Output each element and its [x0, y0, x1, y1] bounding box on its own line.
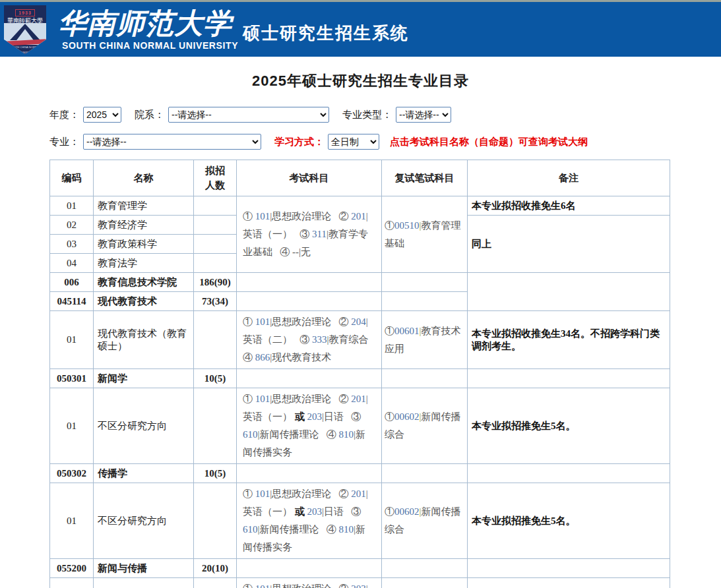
logo-mountain-icon: [10, 24, 40, 40]
cell-name: 新闻与传播: [94, 559, 194, 578]
page-title: 2025年硕士研究生招生专业目录: [0, 71, 721, 91]
cell-retest-subjects[interactable]: ①00601|教育技术应用: [382, 311, 468, 369]
cell-code: 01: [50, 483, 94, 559]
cell-code: 01: [50, 311, 94, 369]
cell-name: 教育法学: [94, 254, 194, 273]
cell-code: 02: [50, 216, 94, 235]
cell-quota: [194, 311, 237, 369]
table-row: 01 不区分研究方向 ① 101|思想政治理论 ② 201|英语（一） 或 20…: [50, 483, 670, 559]
cell-retest-subjects: [382, 273, 468, 292]
cell-quota: [194, 235, 237, 254]
university-logo: 1933 華南師範大學 SOUTH CHINA NORMAL UNIVERSIT…: [4, 5, 46, 54]
cell-exam-subjects: [237, 559, 382, 578]
exam-syllabus-hint: 点击考试科目名称（自命题）可查询考试大纲: [390, 136, 588, 148]
cell-remark: [468, 559, 670, 578]
cell-quota: [194, 578, 237, 588]
cell-exam-subjects[interactable]: ① 101|思想政治理论 ② 204|英语（二） ③ 333|教育综合 ④ 86…: [237, 311, 382, 369]
cell-code: 04: [50, 254, 94, 273]
system-title: 硕士研究生招生系统: [243, 22, 409, 45]
cell-remark: [468, 273, 670, 311]
header-remark: 备注: [468, 160, 670, 196]
table-row: 01 新闻与传播 ① 101|思想政治理论 ② 203|日语 或 204|英语（…: [50, 578, 670, 588]
cell-name: 传播学: [94, 464, 194, 483]
cell-quota: 10(5): [194, 369, 237, 388]
cell-retest-subjects: [382, 369, 468, 388]
major-label: 专业：: [49, 136, 79, 148]
table-row: 01 不区分研究方向 ① 101|思想政治理论 ② 201|英语（一） 或 20…: [50, 388, 670, 464]
cell-quota: 20(10): [194, 559, 237, 578]
logo-top-band: 1933 華南師範大學: [4, 5, 46, 23]
filter-row-2: 专业： --请选择-- 学习方式： 全日制 点击考试科目名称（自命题）可查询考试…: [49, 134, 721, 150]
logo-bottom-text: SOUTH CHINA NORMAL UNIVERSITY: [4, 45, 46, 54]
cell-code: 01: [50, 578, 94, 588]
cell-retest-subjects: [382, 559, 468, 578]
department-select[interactable]: --请选择--: [168, 107, 329, 123]
study-mode-label: 学习方式：: [274, 136, 324, 148]
cell-remark: [468, 369, 670, 388]
cell-quota: [194, 483, 237, 559]
header-name: 名称: [94, 160, 194, 196]
cell-quota: [194, 216, 237, 235]
major-select[interactable]: --请选择--: [83, 134, 261, 150]
cell-name: 现代教育技术: [94, 292, 194, 311]
cell-exam-subjects[interactable]: ① 101|思想政治理论 ② 203|日语 或 204|英语（二） ③ 334|…: [237, 578, 382, 588]
cell-name: 不区分研究方向: [94, 388, 194, 464]
cell-quota: [194, 196, 237, 216]
cell-exam-subjects[interactable]: ① 101|思想政治理论 ② 201|英语（一） 或 203|日语 ③ 610|…: [237, 388, 382, 464]
header-banner: 1933 華南師範大學 SOUTH CHINA NORMAL UNIVERSIT…: [0, 2, 721, 57]
cell-name: 现代教育技术（教育硕士）: [94, 311, 194, 369]
cell-quota: 186(90): [194, 273, 237, 292]
cell-code: 050302: [50, 464, 94, 483]
table-row-major: 055200 新闻与传播 20(10): [50, 559, 670, 578]
header-retest: 复试笔试科目: [382, 160, 468, 196]
table-row-major: 050301 新闻学 10(5): [50, 369, 670, 388]
table-row: 01 教育管理学 ① 101|思想政治理论 ② 201|英语（一） ③ 311|…: [50, 196, 670, 216]
header-exam: 考试科目: [237, 160, 382, 196]
filter-row-1: 年度： 2025 院系： --请选择-- 专业类型： --请选择--: [49, 107, 721, 123]
cell-retest-subjects[interactable]: ①00510|教育管理基础: [382, 196, 468, 273]
table-row-college: 006 教育信息技术学院 186(90): [50, 273, 670, 292]
cell-exam-subjects[interactable]: ① 101|思想政治理论 ② 201|英语（一） 或 203|日语 ③ 610|…: [237, 483, 382, 559]
header-quota: 拟招 人数: [194, 160, 237, 196]
cell-code: 01: [50, 196, 94, 216]
cell-quota: 10(5): [194, 464, 237, 483]
cell-quota: [194, 254, 237, 273]
cell-remark: 本专业拟招推免生5名。: [468, 388, 670, 464]
major-catalog-table: 编码 名称 拟招 人数 考试科目 复试笔试科目 备注 01 教育管理学 ① 10…: [49, 160, 670, 588]
logo-shield-art: [4, 23, 46, 40]
cell-quota: [194, 388, 237, 464]
cell-retest-subjects: [382, 464, 468, 483]
logo-year: 1933: [15, 9, 35, 16]
cell-code: 050301: [50, 369, 94, 388]
university-name-en: SOUTH CHINA NORMAL UNIVERSITY: [62, 40, 238, 51]
cell-exam-subjects: [237, 292, 382, 311]
study-mode-select[interactable]: 全日制: [328, 134, 379, 150]
cell-remark: 同上: [468, 216, 670, 273]
cell-name: 教育信息技术学院: [94, 273, 194, 292]
cell-name: 新闻与传播: [94, 578, 194, 588]
cell-retest-subjects: [382, 292, 468, 311]
cell-name: 不区分研究方向: [94, 483, 194, 559]
cell-name: 新闻学: [94, 369, 194, 388]
major-type-label: 专业类型：: [342, 109, 392, 121]
department-label: 院系：: [135, 109, 164, 121]
cell-code: 055200: [50, 559, 94, 578]
cell-retest-subjects[interactable]: ①00602|新闻传播综合: [382, 483, 468, 559]
year-select[interactable]: 2025: [83, 107, 121, 123]
cell-exam-subjects: [237, 369, 382, 388]
cell-name: 教育管理学: [94, 196, 194, 216]
cell-retest-subjects[interactable]: ①00603|新闻传播学综合: [382, 578, 468, 588]
cell-retest-subjects[interactable]: ①00602|新闻传播综合: [382, 388, 468, 464]
cell-exam-subjects[interactable]: ① 101|思想政治理论 ② 201|英语（一） ③ 311|教育学专业基础 ④…: [237, 196, 382, 273]
cell-remark: 本专业拟招推免生10名。: [468, 578, 670, 588]
header-code: 编码: [50, 160, 94, 196]
cell-remark: 本专业拟招收推免生6名: [468, 196, 670, 216]
cell-code: 045114: [50, 292, 94, 311]
major-type-select[interactable]: --请选择--: [396, 107, 451, 123]
cell-code: 03: [50, 235, 94, 254]
table-row: 01 现代教育技术（教育硕士） ① 101|思想政治理论 ② 204|英语（二）…: [50, 311, 670, 369]
cell-remark: 本专业拟招收推免生34名。不招跨学科门类调剂考生。: [468, 311, 670, 369]
cell-exam-subjects: [237, 464, 382, 483]
university-name-cn: 华南师范大学: [58, 5, 232, 43]
cell-exam-subjects: [237, 273, 382, 292]
